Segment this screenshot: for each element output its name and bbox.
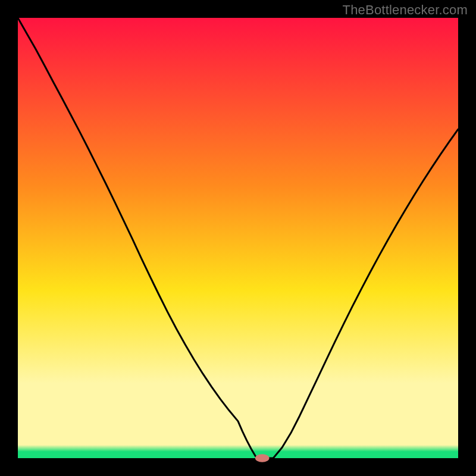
attribution-text: TheBottlenecker.com — [343, 2, 468, 18]
plot-gradient-background — [18, 18, 458, 458]
chart-container: { "attribution": "TheBottlenecker.com", … — [0, 0, 476, 476]
optimum-marker — [255, 454, 270, 462]
bottleneck-chart — [0, 0, 476, 476]
